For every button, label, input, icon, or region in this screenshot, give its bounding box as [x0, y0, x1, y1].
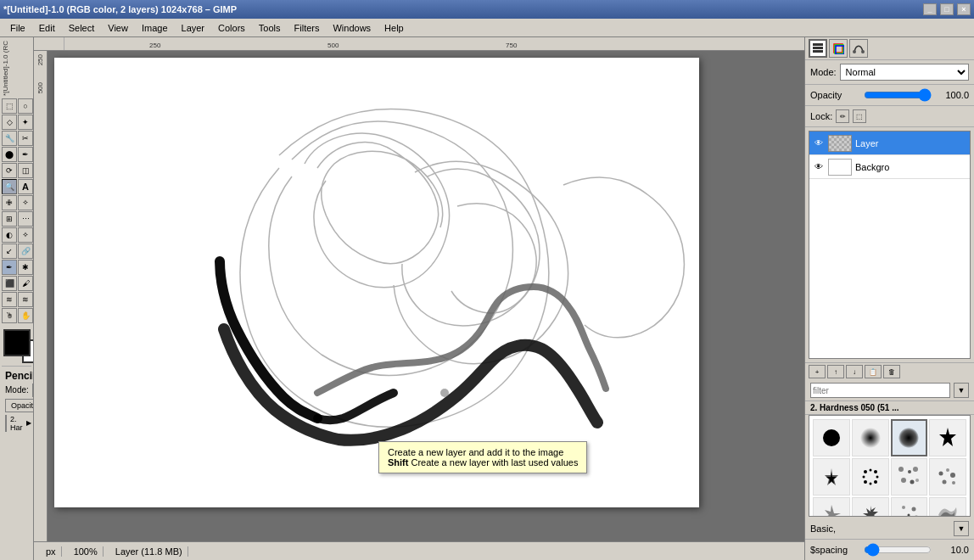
foreground-color[interactable] [3, 329, 31, 356]
brush-item-4[interactable] [929, 419, 966, 456]
brush-item-3[interactable] [891, 419, 928, 456]
tool-dodge[interactable]: ≋ [2, 292, 17, 307]
tool-scissors[interactable]: ✂ [18, 131, 33, 146]
mode-label: Mode: [810, 67, 837, 77]
paths-icon-svg [853, 42, 865, 54]
brush-item-8[interactable] [929, 458, 966, 496]
window-controls: _ □ × [923, 3, 971, 15]
svg-point-19 [874, 480, 877, 484]
brush-filter-btn[interactable]: ▼ [954, 383, 969, 398]
basic-label-row: Basic, ▼ [805, 518, 974, 540]
tool-eraser[interactable]: ✱ [18, 260, 33, 275]
tool-burn[interactable]: ≋ [18, 292, 33, 307]
opacity-slider[interactable] [864, 88, 932, 102]
tool-crop[interactable]: ⊞ [2, 211, 17, 227]
tool-rotate[interactable]: ⟳ [2, 163, 17, 178]
brush-item-9[interactable] [813, 497, 850, 518]
canvas-container[interactable]: Create a new layer and add it to the ima… [48, 51, 804, 541]
menu-layer[interactable]: Layer [175, 21, 212, 35]
tool-smudge[interactable]: 🖱 [2, 308, 17, 323]
tool-zoom[interactable]: 🔍 [2, 179, 17, 194]
svg-point-10 [860, 428, 881, 448]
tool-pencil[interactable]: ✒ [2, 260, 17, 275]
layer-name-2: Backgro [855, 162, 966, 172]
tool-transform[interactable]: ⋯ [18, 211, 33, 227]
close-button[interactable]: × [957, 3, 971, 15]
tool-fill[interactable]: ⬛ [2, 276, 17, 291]
paths-icon[interactable] [849, 39, 868, 58]
tool-perspective[interactable]: ↙ [2, 244, 17, 259]
minimize-button[interactable]: _ [923, 3, 937, 15]
tool-paths[interactable]: ⬤ [2, 147, 17, 162]
menu-filters[interactable]: Filters [288, 21, 327, 35]
svg-point-31 [950, 473, 955, 478]
tool-clone[interactable]: ◐ [2, 227, 17, 243]
tool-free-select[interactable]: ◇ [2, 115, 17, 130]
menu-image[interactable]: Image [135, 21, 175, 35]
layer-list[interactable]: 👁 Layer 👁 Backgro [809, 131, 971, 359]
brush-item-12[interactable] [929, 497, 966, 518]
lock-pixels-btn[interactable]: ✏ [836, 109, 849, 123]
tool-flip[interactable]: 🔗 [18, 244, 33, 259]
tool-gradient[interactable]: 🖌 [18, 276, 33, 291]
brush-preview-small [5, 415, 7, 432]
svg-point-23 [898, 467, 904, 472]
tool-scale[interactable]: ◫ [18, 163, 33, 178]
brush-item-10[interactable] [852, 497, 889, 518]
opacity-button[interactable]: Opacity [5, 399, 34, 412]
lower-layer-button[interactable]: ↓ [846, 365, 863, 378]
menu-help[interactable]: Help [378, 21, 411, 35]
brush-7-icon [897, 465, 921, 489]
brush-item-11[interactable] [891, 497, 928, 518]
brush-item-2[interactable] [852, 419, 889, 456]
tool-ellipse-select[interactable]: ○ [18, 98, 33, 114]
channels-icon[interactable] [829, 39, 848, 58]
unit-selector[interactable]: px [41, 546, 62, 557]
svg-rect-3 [813, 50, 823, 53]
tool-text[interactable]: A [18, 179, 33, 194]
tool-rect-select[interactable]: ⬚ [2, 98, 17, 114]
window-label: *[Untitled]-1.0 (RC [2, 41, 9, 96]
menu-colors[interactable]: Colors [211, 21, 252, 35]
canvas[interactable] [54, 58, 699, 507]
brush-item-7[interactable] [891, 458, 928, 496]
lock-alpha-btn[interactable]: ⬚ [853, 109, 866, 123]
right-panel: Mode: Normal Opacity 100.0 Lock: ✏ ⬚ 👁 L… [804, 37, 974, 560]
menu-file[interactable]: File [3, 21, 32, 35]
layer-eye-2[interactable]: 👁 [813, 161, 825, 173]
tool-align[interactable]: ⟡ [18, 195, 33, 210]
tool-row-12: ⬛ 🖌 [2, 276, 31, 291]
menu-edit[interactable]: Edit [32, 21, 62, 35]
delete-layer-button[interactable]: 🗑 [883, 365, 900, 378]
brush-item-5[interactable] [813, 458, 850, 496]
maximize-button[interactable]: □ [940, 3, 954, 15]
svg-point-29 [939, 471, 943, 475]
duplicate-layer-button[interactable]: 📋 [865, 365, 882, 378]
basic-expand-btn[interactable]: ▼ [954, 521, 969, 536]
right-panel-icons [805, 37, 974, 60]
new-layer-button[interactable]: + [809, 365, 826, 378]
raise-layer-button[interactable]: ↑ [827, 365, 844, 378]
layers-panel-icon[interactable] [809, 39, 827, 58]
brush-item-6[interactable] [852, 458, 889, 496]
mode-select[interactable]: Normal [840, 64, 969, 81]
zoom-selector[interactable]: 100% [69, 546, 104, 557]
layer-item-layer[interactable]: 👁 Layer [809, 132, 970, 155]
brush-filter-input[interactable] [810, 383, 950, 398]
tool-fuzzy-select[interactable]: ✦ [18, 115, 33, 130]
menu-tools[interactable]: Tools [252, 21, 288, 35]
tooltip-line1: Create a new layer and add it to the ima… [388, 447, 578, 457]
tool-move[interactable]: ✙ [2, 195, 17, 210]
layer-eye-1[interactable]: 👁 [813, 137, 825, 149]
layer-item-background[interactable]: 👁 Backgro [809, 155, 970, 179]
menu-view[interactable]: View [101, 21, 135, 35]
tool-select-by-color[interactable]: 🔧 [2, 131, 17, 146]
menu-select[interactable]: Select [62, 21, 102, 35]
spacing-slider[interactable] [864, 543, 932, 557]
brush-item-1[interactable] [813, 419, 850, 456]
menu-windows[interactable]: Windows [326, 21, 378, 35]
tool-measure[interactable]: ✋ [18, 308, 33, 323]
tool-heal[interactable]: ⟡ [18, 227, 33, 243]
lock-label: Lock: [810, 111, 832, 121]
tool-paint[interactable]: ✒ [18, 147, 33, 162]
